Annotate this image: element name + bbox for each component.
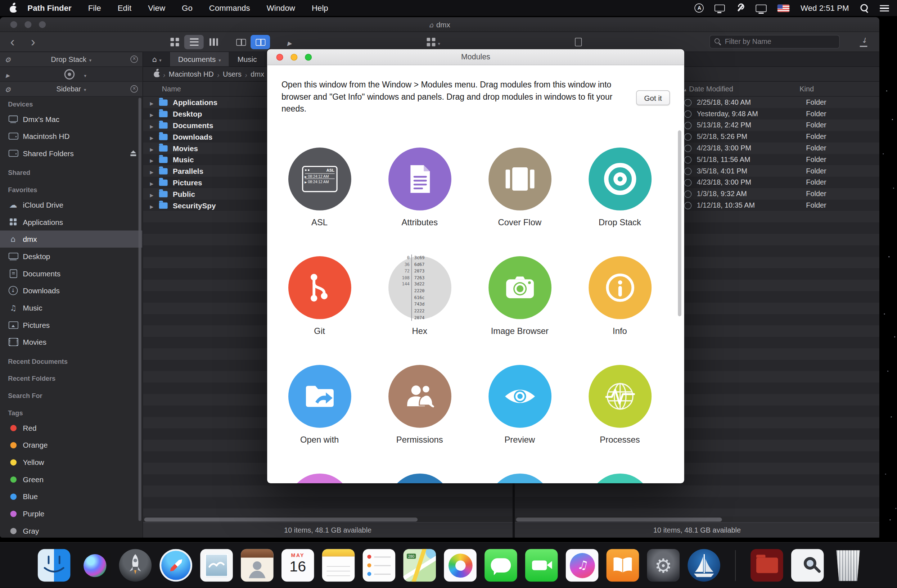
dock-item-books[interactable] (606, 549, 639, 582)
list-view-button[interactable] (184, 35, 204, 49)
horizontal-scrollbar[interactable] (143, 516, 513, 522)
column-header-kind[interactable]: Kind (799, 85, 814, 93)
menu-app-name[interactable]: Path Finder (28, 4, 71, 12)
sidebar-section-shared[interactable]: Shared (0, 162, 142, 179)
us-flag-icon[interactable] (778, 4, 790, 12)
monitor-icon[interactable] (756, 4, 767, 12)
home-tab-button[interactable] (152, 52, 162, 67)
module-attributes[interactable]: Attributes (372, 148, 467, 256)
dock-item-launchpad[interactable] (119, 549, 152, 582)
sidebar-section-recent-documents[interactable]: Recent Documents (0, 350, 142, 368)
sidebar-section-devices[interactable]: Devices (0, 97, 142, 110)
menu-help[interactable]: Help (312, 4, 328, 12)
disclosure-triangle-icon[interactable] (150, 166, 156, 176)
download-button[interactable] (853, 35, 873, 49)
dock-item-path-finder[interactable] (687, 549, 720, 582)
sidebar-item-movies[interactable]: Movies (0, 334, 142, 351)
menu-clock[interactable]: Wed 2:51 PM (801, 4, 849, 12)
wrench-icon[interactable] (736, 4, 745, 12)
menu-window[interactable]: Window (267, 4, 295, 12)
module-open-with[interactable]: Open with (272, 365, 367, 473)
spotlight-icon[interactable] (860, 4, 869, 12)
notification-center-icon[interactable] (880, 5, 889, 11)
sidebar-item-downloads[interactable]: Downloads (0, 282, 142, 299)
path-segment-users[interactable]: Users (223, 70, 242, 78)
module-cover-flow[interactable]: Cover Flow (473, 148, 567, 256)
dock-item-itunes[interactable] (566, 549, 599, 582)
drop-stack-well[interactable] (0, 67, 142, 82)
tab-documents[interactable]: Documents (170, 52, 230, 67)
column-view-button[interactable] (204, 35, 223, 49)
sidebar-item-dmx[interactable]: dmx (0, 230, 142, 247)
dock-item-mail[interactable] (200, 549, 233, 582)
sidebar-item-applications[interactable]: Applications (0, 214, 142, 231)
module-processes[interactable]: Processes (572, 365, 667, 473)
column-header-name[interactable]: Name (162, 85, 181, 93)
icon-view-button[interactable] (165, 35, 184, 49)
dock-item-reminders[interactable] (363, 549, 396, 582)
sidebar-section-search-for[interactable]: Search For (0, 385, 142, 402)
dock-item-magnifier-document[interactable] (791, 549, 824, 582)
dock-item-red-folder[interactable] (750, 549, 783, 582)
sidebar-item-desktop[interactable]: Desktop (0, 247, 142, 265)
dock-item-safari[interactable] (159, 549, 192, 582)
module-asl[interactable]: ASL08:24:12 AM08:24:12 AMASL (272, 148, 367, 256)
sidebar-item-dmx-s-mac[interactable]: Dmx's Mac (0, 110, 142, 128)
got-it-button[interactable]: Got it (636, 90, 670, 105)
dock-item-photos[interactable] (444, 549, 476, 582)
module-hex[interactable]: 036721081443c69 6d672073 72633d22 222061… (372, 256, 467, 365)
menu-view[interactable]: View (148, 4, 165, 12)
sidebar-item-red[interactable]: Red (0, 419, 142, 437)
sidebar-section-recent-folders[interactable]: Recent Folders (0, 368, 142, 385)
sidebar-section-favorites[interactable]: Favorites (0, 179, 142, 196)
sidebar-item-orange[interactable]: Orange (0, 437, 142, 454)
dialog-scrollbar[interactable] (678, 130, 681, 316)
filter-input[interactable] (725, 38, 835, 46)
dock-item-maps[interactable]: 280 (403, 549, 436, 582)
display-icon[interactable] (715, 5, 725, 12)
sidebar-item-green[interactable]: Green (0, 471, 142, 488)
sidebar-item-blue[interactable]: Blue (0, 488, 142, 505)
module-partial-1[interactable] (272, 473, 367, 483)
dock-item-calendar[interactable]: MAY16 (282, 549, 314, 582)
sidebar-item-music[interactable]: Music (0, 299, 142, 316)
eject-icon[interactable] (130, 150, 137, 156)
dock-item-trash[interactable] (832, 549, 865, 582)
sidebar-item-gray[interactable]: Gray (0, 522, 142, 538)
tab-music[interactable]: Music (229, 52, 265, 67)
new-document-button[interactable] (569, 35, 588, 49)
dock-item-system-preferences[interactable] (647, 549, 680, 582)
module-partial-3[interactable] (473, 473, 567, 483)
sidebar-item-yellow[interactable]: Yellow (0, 454, 142, 471)
disclosure-triangle-icon[interactable] (150, 143, 156, 153)
sidebar-scrollbar[interactable] (139, 98, 141, 521)
module-preview[interactable]: Preview (473, 365, 567, 473)
forward-button[interactable] (31, 32, 35, 52)
gear-icon[interactable] (5, 54, 11, 64)
dock-item-facetime[interactable] (525, 549, 558, 582)
sidebar-item-purple[interactable]: Purple (0, 505, 142, 522)
dual-pane-button[interactable] (251, 35, 270, 49)
back-button[interactable] (11, 32, 15, 52)
menu-edit[interactable]: Edit (118, 4, 132, 12)
drop-stack-panel-header[interactable]: Drop Stack (0, 52, 142, 67)
disclosure-triangle-icon[interactable] (150, 109, 156, 119)
window-title-bar[interactable]: dmx (0, 17, 879, 32)
horizontal-scrollbar[interactable] (515, 516, 879, 522)
filter-field[interactable] (709, 35, 840, 49)
menu-go[interactable]: Go (182, 4, 193, 12)
gear-icon[interactable] (5, 84, 11, 94)
disclosure-triangle-icon[interactable] (150, 189, 156, 199)
column-header-date-modified[interactable]: Date Modified (689, 85, 733, 93)
dock-item-notes[interactable] (322, 549, 355, 582)
apple-menu-icon[interactable] (10, 4, 17, 12)
sidebar-item-pictures[interactable]: Pictures (0, 316, 142, 334)
sidebar-panel-header[interactable]: Sidebar (0, 82, 142, 96)
play-button[interactable] (280, 35, 299, 49)
sidebar-item-icloud-drive[interactable]: iCloud Drive (0, 196, 142, 214)
dialog-title-bar[interactable]: Modules (267, 49, 684, 66)
dock-item-contacts[interactable] (241, 549, 274, 582)
dock-item-siri[interactable] (78, 549, 111, 582)
view-options-button[interactable] (421, 35, 447, 49)
menu-file[interactable]: File (88, 4, 101, 12)
